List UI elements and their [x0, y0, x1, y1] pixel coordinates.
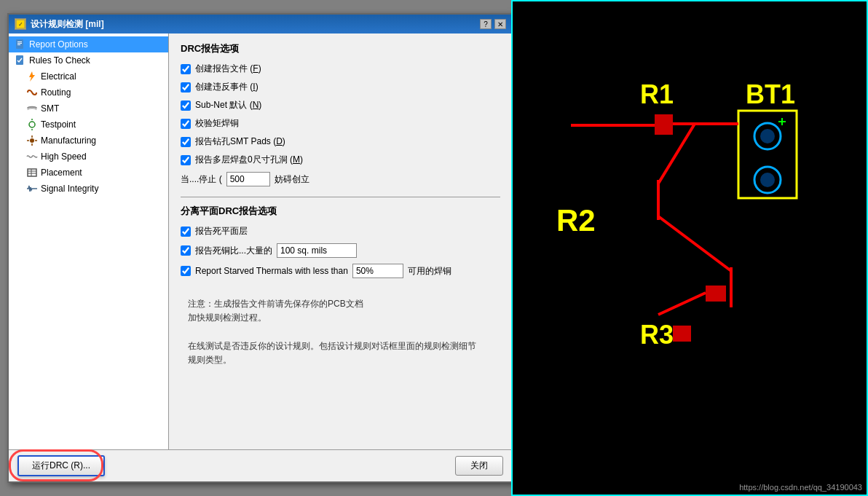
electrical-icon — [26, 71, 38, 82]
svg-rect-2 — [16, 39, 23, 49]
section2-title: 分离平面DRC报告选项 — [181, 205, 500, 218]
sidebar-item-high-speed[interactable]: High Speed — [9, 149, 168, 165]
checkbox-row-5: 报告钻孔SMT Pads (D) — [181, 135, 500, 148]
checkbox-multilayer[interactable] — [181, 155, 191, 165]
sidebar-item-placement[interactable]: Placement — [9, 165, 168, 181]
svg-rect-32 — [706, 286, 726, 302]
svg-point-8 — [29, 122, 35, 127]
checkbox-drill-smt-label: 报告钻孔SMT Pads (D) — [195, 135, 285, 148]
sidebar-label-placement: Placement — [41, 168, 82, 178]
testpoint-icon — [26, 119, 38, 130]
svg-text:R2: R2 — [556, 203, 596, 237]
sidebar-item-testpoint[interactable]: Testpoint — [9, 117, 168, 133]
pcb-canvas: R2 R1 BT1 R3 — [511, 0, 868, 496]
checkbox-verify-copper[interactable] — [181, 119, 191, 129]
svg-rect-6 — [16, 55, 23, 65]
high-speed-icon — [26, 151, 38, 162]
checkbox-row-1: 创建报告文件 (F) — [181, 63, 500, 75]
checkbox-create-violations[interactable] — [181, 82, 191, 92]
checkbox-multilayer-label: 报告多层焊盘0尺寸孔洞 (M) — [195, 154, 303, 166]
checkbox-create-report-label: 创建报告文件 (F) — [195, 63, 261, 75]
checkbox-dead-plane-label: 报告死平面层 — [195, 225, 248, 237]
sidebar-label-rules-to-check: Rules To Check — [29, 55, 90, 66]
checkbox-starved-thermals[interactable] — [181, 266, 191, 276]
sidebar-item-rules-to-check[interactable]: Rules To Check — [9, 52, 168, 68]
checkbox-dead-copper[interactable] — [181, 245, 191, 256]
app-icon: ✓ — [15, 18, 26, 30]
sidebar-item-manufacturing[interactable]: Manufacturing — [9, 133, 168, 149]
rules-to-check-icon — [15, 55, 26, 66]
checkbox-row-7: 报告死平面层 — [181, 225, 500, 237]
sidebar-label-manufacturing: Manufacturing — [41, 135, 96, 146]
note-line2: 加快规则检测过程。 — [188, 311, 493, 325]
svg-point-23 — [760, 173, 775, 187]
sidebar-label-report-options: Report Options — [29, 39, 88, 50]
sidebar-label-electrical: Electrical — [41, 71, 76, 82]
dead-copper-input[interactable] — [277, 243, 357, 258]
pcb-label-r1: R1 — [640, 79, 674, 109]
starved-suffix-label: 可用的焊铜 — [408, 265, 451, 277]
dialog-titlebar: ✓ 设计规则检测 [mil] ? ✕ — [9, 15, 512, 34]
run-drc-button[interactable]: 运行DRC (R)... — [17, 455, 105, 476]
svg-point-11 — [30, 138, 34, 143]
pcb-label-bt1: BT1 — [746, 79, 795, 109]
pcb-label-r3: R3 — [640, 320, 674, 350]
close-button[interactable]: 关闭 — [455, 456, 503, 476]
checkbox-drill-smt[interactable] — [181, 137, 191, 147]
sidebar-label-testpoint: Testpoint — [41, 119, 76, 130]
checkbox-dead-plane[interactable] — [181, 227, 191, 237]
dialog-title: 设计规则检测 [mil] — [31, 18, 104, 31]
dialog-window: ✓ 设计规则检测 [mil] ? ✕ Repo — [7, 13, 513, 483]
svg-rect-4 — [17, 43, 22, 44]
routing-icon — [26, 87, 38, 98]
checkbox-row-2: 创建违反事件 (I) — [181, 81, 500, 93]
stop-label-pre: 当....停止 ( — [181, 173, 222, 186]
stop-value-input[interactable] — [226, 172, 270, 186]
svg-rect-3 — [17, 42, 22, 42]
checkbox-subnet[interactable] — [181, 101, 191, 111]
checkbox-row-6: 报告多层焊盘0尺寸孔洞 (M) — [181, 154, 500, 166]
svg-point-21 — [760, 129, 775, 143]
sidebar-item-electrical[interactable]: Electrical — [9, 68, 168, 84]
dialog-body: Report Options Rules To Check Elect — [9, 34, 512, 449]
sidebar-item-routing[interactable]: Routing — [9, 84, 168, 101]
checkbox-row-9: Report Starved Thermals with less than 可… — [181, 264, 500, 278]
checkbox-verify-copper-label: 校验矩焊铜 — [195, 117, 239, 130]
sidebar-label-smt: SMT — [41, 103, 59, 114]
note-line1: 注意：生成报告文件前请先保存你的PCB文档 — [188, 297, 493, 311]
note-line4: 在线测试是否违反你的设计规则。包括设计规则对话框里面的规则检测细节 — [188, 339, 493, 353]
stop-row: 当....停止 ( 妨碍创立 — [181, 172, 500, 186]
svg-marker-7 — [29, 71, 35, 82]
report-options-icon — [15, 39, 26, 50]
placement-icon — [26, 167, 38, 178]
stop-label-post: 妨碍创立 — [275, 173, 309, 186]
website-label: https://blog.csdn.net/qq_34190043 — [739, 483, 862, 492]
sidebar-item-smt[interactable]: SMT — [9, 101, 168, 117]
svg-text:✓: ✓ — [18, 21, 23, 28]
run-btn-wrapper: 运行DRC (R)... — [17, 455, 105, 476]
checkbox-row-3: Sub-Net 默认 (N) — [181, 99, 500, 111]
svg-rect-12 — [28, 169, 36, 176]
sidebar-item-signal-integrity[interactable]: Signal Integrity — [9, 181, 168, 197]
checkbox-row-4: 校验矩焊铜 — [181, 117, 500, 130]
checkbox-create-report[interactable] — [181, 64, 191, 74]
svg-rect-17 — [655, 114, 673, 135]
svg-rect-5 — [17, 44, 20, 45]
svg-line-29 — [658, 216, 731, 271]
checkbox-dead-copper-label: 报告死铜比...大量的 — [195, 245, 272, 257]
smt-icon — [26, 103, 38, 114]
checkbox-row-8: 报告死铜比...大量的 — [181, 243, 500, 258]
sidebar-item-report-options[interactable]: Report Options — [9, 36, 168, 52]
close-title-button[interactable]: ✕ — [494, 19, 506, 29]
manufacturing-icon — [26, 135, 38, 146]
svg-line-33 — [658, 293, 706, 315]
sidebar-label-signal-integrity: Signal Integrity — [41, 184, 98, 194]
checkbox-starved-label: Report Starved Thermals with less than — [195, 266, 348, 276]
starved-input[interactable] — [352, 264, 403, 278]
section1-title: DRC报告选项 — [181, 42, 500, 55]
sidebar-tree: Report Options Rules To Check Elect — [9, 34, 169, 449]
section-divider — [181, 197, 500, 197]
help-button[interactable]: ? — [480, 19, 492, 29]
main-content: DRC报告选项 创建报告文件 (F) 创建违反事件 (I) Sub-Net 默认… — [169, 34, 512, 449]
signal-integrity-icon — [26, 183, 38, 194]
